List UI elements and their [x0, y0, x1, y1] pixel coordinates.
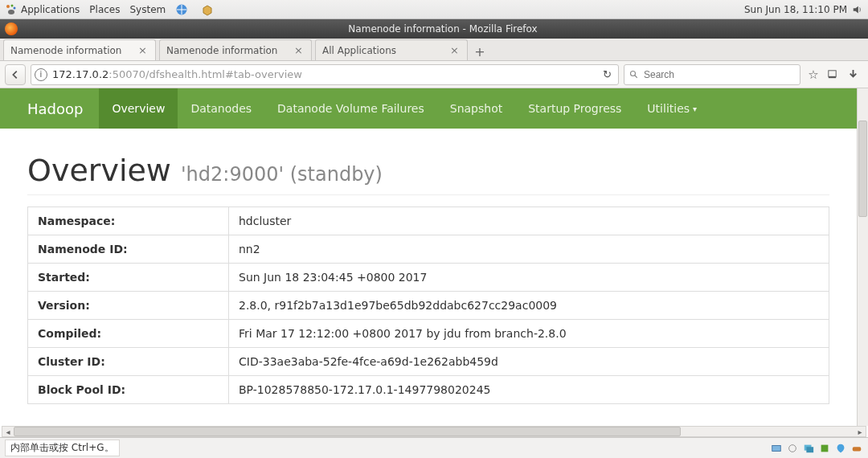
table-key: Cluster ID:: [28, 348, 229, 376]
tab-label: Namenode information: [10, 45, 137, 56]
url-text: 172.17.0.2:50070/dfshealth.html#tab-over…: [52, 68, 595, 80]
page-content: Overview 'hd2:9000' (standby) Namespace:…: [0, 129, 857, 426]
browser-tabstrip: Namenode information × Namenode informat…: [0, 39, 868, 61]
svg-point-0: [6, 5, 10, 8]
nav-utilities-label: Utilities: [647, 102, 690, 115]
close-icon[interactable]: ×: [448, 44, 461, 56]
svg-rect-14: [853, 447, 862, 451]
table-key: Block Pool ID:: [28, 376, 229, 404]
site-info-icon[interactable]: i: [35, 68, 47, 81]
package-launcher-icon[interactable]: [201, 3, 214, 16]
horizontal-scrollbar[interactable]: ◂ ▸: [2, 426, 866, 437]
bookmark-star-icon[interactable]: ☆: [805, 67, 821, 82]
tab-namenode-2[interactable]: Namenode information ×: [159, 39, 312, 60]
status-message: 内部单击或按 Ctrl+G。: [5, 440, 120, 456]
page-title: Overview 'hd2:9000' (standby): [27, 153, 829, 195]
window-titlebar: Namenode information - Mozilla Firefox: [0, 19, 868, 39]
tab-label: All Applications: [322, 45, 448, 56]
desktop-bottom-panel: 内部单击或按 Ctrl+G。: [0, 437, 868, 458]
search-icon: [629, 70, 639, 80]
nav-datanode-volume-failures[interactable]: Datanode Volume Failures: [264, 88, 437, 129]
tab-all-applications[interactable]: All Applications ×: [315, 39, 468, 60]
scroll-right-icon[interactable]: ▸: [854, 427, 866, 436]
page-viewport: Hadoop Overview Datanodes Datanode Volum…: [0, 88, 857, 426]
table-row: Namespace:hdcluster: [28, 207, 829, 235]
svg-rect-12: [806, 447, 813, 452]
tray-icon[interactable]: [786, 442, 799, 455]
table-value: hdcluster: [229, 207, 829, 235]
close-icon[interactable]: ×: [293, 44, 305, 56]
back-button[interactable]: [5, 64, 26, 85]
svg-point-1: [11, 4, 14, 6]
new-tab-button[interactable]: +: [469, 43, 490, 60]
table-value: nn2: [229, 235, 829, 264]
table-row: Started:Sun Jun 18 23:04:45 +0800 2017: [28, 264, 829, 292]
hadoop-navbar: Hadoop Overview Datanodes Datanode Volum…: [0, 88, 857, 129]
nav-utilities[interactable]: Utilities ▾: [634, 88, 710, 129]
table-value: BP-1028578850-172.17.0.1-1497798020245: [229, 376, 829, 404]
tray-icon[interactable]: [818, 442, 831, 455]
svg-rect-8: [829, 76, 836, 78]
nav-datanodes[interactable]: Datanodes: [178, 88, 264, 129]
tray-icon[interactable]: [834, 442, 847, 455]
downloads-icon[interactable]: [826, 68, 842, 80]
table-row: Namenode ID:nn2: [28, 235, 829, 264]
page-subtitle: 'hd2:9000' (standby): [181, 163, 383, 186]
table-key: Version:: [28, 292, 229, 320]
svg-rect-9: [772, 445, 781, 451]
volume-icon[interactable]: [852, 4, 863, 15]
scroll-left-icon[interactable]: ◂: [2, 427, 14, 436]
gnome-foot-icon: [5, 3, 18, 16]
overview-table: Namespace:hdclusterNamenode ID:nn2Starte…: [27, 207, 829, 404]
table-value: Fri Mar 17 12:12:00 +0800 2017 by jdu fr…: [229, 320, 829, 348]
scrollbar-thumb[interactable]: [14, 427, 681, 436]
vertical-scrollbar[interactable]: [857, 88, 868, 426]
reload-icon[interactable]: ↻: [600, 68, 615, 80]
menu-system[interactable]: System: [129, 4, 166, 15]
table-row: Cluster ID:CID-33ae3aba-52fe-4fce-a69d-1…: [28, 348, 829, 376]
table-key: Namenode ID:: [28, 235, 229, 264]
download-arrow-icon[interactable]: [847, 68, 863, 80]
menu-applications[interactable]: Applications: [21, 4, 80, 15]
svg-line-6: [635, 75, 637, 77]
browser-launcher-icon[interactable]: [175, 3, 188, 16]
svg-point-2: [14, 6, 16, 9]
scrollbar-track[interactable]: [14, 427, 854, 436]
chevron-down-icon: ▾: [693, 104, 697, 113]
tab-label: Namenode information: [166, 45, 293, 56]
hadoop-brand[interactable]: Hadoop: [27, 88, 99, 129]
panel-menus: Applications Places System: [21, 3, 217, 16]
desktop-top-panel: Applications Places System Sun Jun 18, 1…: [0, 0, 868, 19]
table-value: 2.8.0, r91f2b7a13d1e97be65db92ddabc627cc…: [229, 292, 829, 320]
search-input[interactable]: [644, 69, 795, 80]
nav-startup-progress[interactable]: Startup Progress: [515, 88, 634, 129]
svg-rect-13: [821, 444, 829, 452]
table-value: Sun Jun 18 23:04:45 +0800 2017: [229, 264, 829, 292]
close-icon[interactable]: ×: [137, 44, 149, 56]
search-bar[interactable]: [624, 64, 800, 85]
nav-overview[interactable]: Overview: [99, 88, 178, 129]
svg-point-5: [631, 71, 636, 76]
clock[interactable]: Sun Jun 18, 11:10 PM: [744, 4, 847, 15]
firefox-icon: [5, 22, 18, 35]
svg-point-3: [8, 10, 14, 14]
nav-snapshot[interactable]: Snapshot: [437, 88, 515, 129]
tray-icon[interactable]: [850, 442, 863, 455]
table-row: Compiled:Fri Mar 17 12:12:00 +0800 2017 …: [28, 320, 829, 348]
table-key: Started:: [28, 264, 229, 292]
menu-places[interactable]: Places: [89, 4, 120, 15]
tray-icon[interactable]: [770, 442, 783, 455]
url-bar[interactable]: i 172.17.0.2:50070/dfshealth.html#tab-ov…: [31, 64, 619, 85]
scrollbar-thumb[interactable]: [858, 121, 867, 217]
svg-rect-7: [829, 71, 836, 77]
table-row: Block Pool ID:BP-1028578850-172.17.0.1-1…: [28, 376, 829, 404]
table-key: Compiled:: [28, 320, 229, 348]
window-title: Namenode information - Mozilla Firefox: [23, 23, 863, 35]
tab-namenode-1[interactable]: Namenode information ×: [3, 39, 156, 60]
system-tray: [770, 442, 863, 455]
table-key: Namespace:: [28, 207, 229, 235]
svg-point-10: [789, 444, 796, 452]
table-value: CID-33ae3aba-52fe-4fce-a69d-1e262abb459d: [229, 348, 829, 376]
tray-icon[interactable]: [802, 442, 815, 455]
table-row: Version:2.8.0, r91f2b7a13d1e97be65db92dd…: [28, 292, 829, 320]
